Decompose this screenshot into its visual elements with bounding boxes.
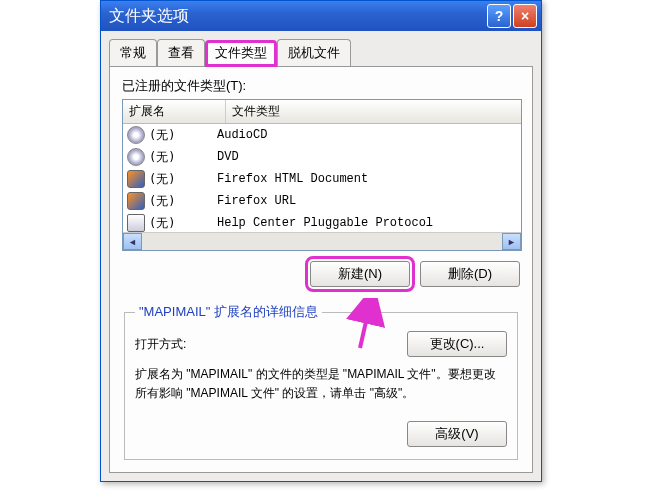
window-title: 文件夹选项 xyxy=(105,6,485,27)
list-header: 扩展名 文件类型 xyxy=(123,100,521,124)
details-legend: "MAPIMAIL" 扩展名的详细信息 xyxy=(135,303,322,321)
row-ext: (无) xyxy=(149,149,217,166)
list-item[interactable]: (无) DVD xyxy=(123,146,521,168)
row-type: Help Center Pluggable Protocol xyxy=(217,216,517,230)
tab-offline[interactable]: 脱机文件 xyxy=(277,39,351,66)
list-item[interactable]: (无) Firefox URL xyxy=(123,190,521,212)
firefox-icon xyxy=(127,170,145,188)
scroll-left-icon[interactable]: ◄ xyxy=(123,233,142,250)
details-groupbox: "MAPIMAIL" 扩展名的详细信息 打开方式: 更改(C)... 扩展名为 … xyxy=(124,303,518,460)
row-ext: (无) xyxy=(149,171,217,188)
row-ext: (无) xyxy=(149,215,217,232)
row-ext: (无) xyxy=(149,127,217,144)
list-item[interactable]: (无) Firefox HTML Document xyxy=(123,168,521,190)
help-button[interactable]: ? xyxy=(487,4,511,28)
new-button[interactable]: 新建(N) xyxy=(310,261,410,287)
open-with-row: 打开方式: 更改(C)... xyxy=(135,331,507,357)
list-item[interactable]: (无) AudioCD xyxy=(123,124,521,146)
tab-strip: 常规 查看 文件类型 脱机文件 xyxy=(101,31,541,66)
open-with-label: 打开方式: xyxy=(135,336,186,353)
list-item[interactable]: (无) Help Center Pluggable Protocol xyxy=(123,212,521,232)
details-description: 扩展名为 "MAPIMAIL" 的文件的类型是 "MAPIMAIL 文件"。要想… xyxy=(135,365,507,403)
disc-icon xyxy=(127,126,145,144)
registered-types-label: 已注册的文件类型(T): xyxy=(122,77,520,95)
tab-view[interactable]: 查看 xyxy=(157,39,205,66)
close-icon: × xyxy=(521,8,529,24)
delete-button[interactable]: 删除(D) xyxy=(420,261,520,287)
filetype-listbox[interactable]: 扩展名 文件类型 (无) AudioCD (无) DVD (无) Firefox xyxy=(122,99,522,251)
row-ext: (无) xyxy=(149,193,217,210)
advanced-row: 高级(V) xyxy=(135,421,507,447)
tab-general[interactable]: 常规 xyxy=(109,39,157,66)
help-file-icon xyxy=(127,214,145,232)
column-filetype[interactable]: 文件类型 xyxy=(226,100,521,123)
titlebar: 文件夹选项 ? × xyxy=(101,1,541,31)
tab-filetypes[interactable]: 文件类型 xyxy=(205,40,277,67)
row-type: DVD xyxy=(217,150,517,164)
row-type: AudioCD xyxy=(217,128,517,142)
horizontal-scrollbar[interactable]: ◄ ► xyxy=(123,232,521,250)
list-button-row: 新建(N) 删除(D) xyxy=(122,261,520,287)
row-type: Firefox URL xyxy=(217,194,517,208)
folder-options-dialog: 文件夹选项 ? × 常规 查看 文件类型 脱机文件 已注册的文件类型(T): 扩… xyxy=(100,0,542,482)
firefox-icon xyxy=(127,192,145,210)
row-type: Firefox HTML Document xyxy=(217,172,517,186)
disc-icon xyxy=(127,148,145,166)
column-extension[interactable]: 扩展名 xyxy=(123,100,226,123)
close-button[interactable]: × xyxy=(513,4,537,28)
tab-pane: 已注册的文件类型(T): 扩展名 文件类型 (无) AudioCD (无) DV… xyxy=(109,66,533,473)
scroll-right-icon[interactable]: ► xyxy=(502,233,521,250)
advanced-button[interactable]: 高级(V) xyxy=(407,421,507,447)
help-icon: ? xyxy=(495,8,504,24)
change-button[interactable]: 更改(C)... xyxy=(407,331,507,357)
list-body: (无) AudioCD (无) DVD (无) Firefox HTML Doc… xyxy=(123,124,521,232)
